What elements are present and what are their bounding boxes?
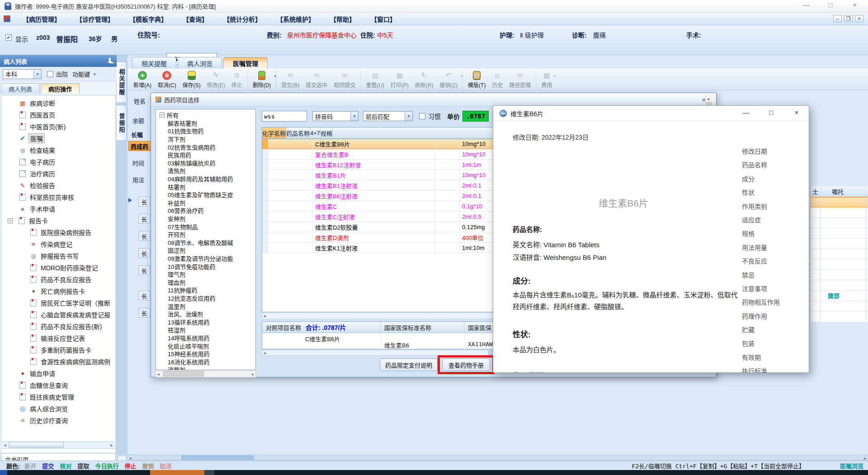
category-tree-item[interactable]: − 解表祛署剂 [156, 119, 255, 127]
expander-icon[interactable]: − [160, 113, 165, 118]
tab-record-ops[interactable]: 病历操作 [41, 83, 80, 94]
maximize-button[interactable]: □ [824, 1, 837, 9]
menu-item[interactable]: 【模板字典】 [122, 14, 175, 24]
chevron-down-icon[interactable]: ▾ [33, 70, 41, 79]
legend-item[interactable]: 撤销 [142, 461, 154, 470]
category-tree-item[interactable]: − 09激素及调节内分泌功能 [156, 254, 255, 263]
tree-item[interactable]: − 食源性疾病病例监测病例 [1, 356, 115, 367]
manual-nav-item[interactable]: 贮藏 [742, 325, 796, 339]
tree-item[interactable]: − 多重耐药菌报告卡 [1, 344, 115, 356]
manual-nav-item[interactable]: 修改日期 [742, 146, 796, 160]
category-tree-item[interactable]: − 固涩剂 [156, 246, 255, 254]
taskbar-item[interactable] [150, 470, 204, 475]
category-tree-item[interactable]: − 07生物制品 [156, 222, 255, 230]
manual-nav-item[interactable]: 注意事项 [742, 284, 796, 297]
category-hscrollbar[interactable]: ◂ ▸ [156, 370, 256, 377]
legend-item[interactable]: 新开 [24, 461, 36, 470]
category-tree-item[interactable]: − 13循环系统用药 [156, 318, 255, 326]
menu-item[interactable]: 【帮助】 [322, 14, 363, 24]
tree-item[interactable]: − 科室质控员审核 [1, 191, 115, 203]
row-selector-cell[interactable] [262, 232, 269, 242]
manual-nav-item[interactable]: 用法用量 [742, 243, 796, 256]
tree-item[interactable]: − 西医首页 [1, 109, 115, 121]
category-tree-item[interactable]: − 01抗微生物药 [156, 127, 255, 135]
tree-item[interactable]: − 中医首页(新) [1, 121, 115, 132]
category-tree-item[interactable]: − 15神经系统用药 [156, 350, 255, 358]
menu-item[interactable]: 【查询】 [175, 14, 216, 24]
discharge-checkbox[interactable] [47, 71, 53, 77]
category-tree-item[interactable]: − 理气剂 [156, 270, 255, 278]
grid-header-cell[interactable]: 化学名称 [262, 127, 286, 138]
grid-header-cell[interactable]: 规格 [321, 127, 333, 138]
close-button[interactable]: × [848, 1, 862, 9]
tree-item[interactable]: − 传染病登记 [1, 238, 115, 250]
menu-item[interactable]: 【统计分析】 [216, 14, 269, 24]
tree-item[interactable]: − 死亡病例报告卡 [1, 285, 115, 297]
scroll-left-icon[interactable]: ◂ [264, 351, 266, 355]
toolbar-button[interactable]: ▾ 费用 [538, 71, 555, 89]
row-selector-cell[interactable] [262, 139, 269, 149]
tree-item[interactable]: − 既往疾病史管理 [1, 391, 115, 403]
toolbar-button[interactable]: ▾ 撤销(Z) [437, 71, 463, 89]
taskbar-item[interactable] [204, 470, 214, 475]
chevron-down-icon[interactable]: ▾ [274, 74, 276, 78]
scroll-thumb[interactable] [9, 442, 64, 448]
tree-item[interactable]: − 电子病历 [1, 156, 115, 168]
tree-item[interactable]: − 药品不良反应报告 [1, 273, 115, 285]
department-select[interactable]: 本科 ▾ [3, 69, 42, 79]
tree-item[interactable]: − 历史诊疗查询 [1, 414, 115, 426]
sidebar-hscrollbar[interactable]: ◂ ▸ [1, 441, 116, 449]
manual-close-button[interactable]: × [792, 108, 802, 116]
manual-minimize-button[interactable]: — [741, 108, 751, 116]
category-tree-item[interactable]: − 所有 [156, 111, 255, 119]
category-tree-item[interactable]: − 温里剂 [156, 302, 255, 310]
category-tree-item[interactable]: − 12抗变态反应用药 [156, 294, 255, 302]
drug-search-input[interactable] [262, 111, 307, 122]
category-tree-item[interactable]: − 补益剂 [156, 199, 255, 207]
category-tree-item[interactable]: − 10调节免疫功能药 [156, 262, 255, 270]
main-hscrollbar[interactable]: ◂ ▸ [127, 455, 868, 461]
category-tree-item[interactable]: − 04麻醉用药及其辅助用药 [156, 175, 255, 183]
category-tree-item[interactable]: − 02抗寄生虫病用药 [156, 143, 255, 151]
match-mode-select[interactable]: 拼音码 ▾ [312, 111, 359, 121]
tree-item[interactable]: − 肿瘤报告书写 [1, 250, 115, 262]
toolbar-button[interactable]: ▾ 修改(E) [204, 71, 228, 89]
toolbar-button[interactable]: ▾ 历史 [489, 71, 506, 89]
show-checkbox[interactable]: ✔ [5, 34, 12, 41]
category-tree-item[interactable]: − 03解热镇痛抗炎药 [156, 159, 255, 167]
mdi-minimize-button[interactable]: – [833, 15, 842, 22]
row-selector-cell[interactable] [262, 243, 269, 253]
toolbar-button[interactable]: ▾ 模版(T) [465, 71, 489, 89]
tree-item[interactable]: − 手术申请 [1, 203, 115, 215]
scroll-left-icon[interactable]: ◂ [129, 456, 132, 461]
content-tab[interactable]: 病人浏览 [178, 57, 222, 69]
grid-header-cell[interactable]: 药品名称 [286, 127, 310, 138]
pin-icon[interactable] [108, 58, 112, 64]
legend-item[interactable]: 今日执行 [95, 461, 118, 470]
row-selector-cell[interactable] [262, 212, 269, 221]
tree-item[interactable]: − 疾病诊断 [1, 97, 115, 109]
category-tree-item[interactable]: − 开窍剂 [156, 230, 255, 239]
scroll-up-icon[interactable]: ▴ [708, 96, 710, 101]
chevron-down-icon[interactable]: ▾ [350, 112, 358, 121]
tree-item[interactable]: − 输血申请 [1, 367, 115, 379]
row-selector-cell[interactable] [262, 149, 269, 159]
mdi-close-button[interactable]: × [855, 15, 863, 22]
taskbar-start-icon[interactable] [0, 470, 7, 475]
content-tab[interactable]: 相关提醒 [132, 57, 176, 69]
toolbar-button[interactable]: ▾ 打印(P) [387, 71, 412, 89]
toolbar-button[interactable]: ▾ 路径医嘱 [506, 71, 536, 89]
tree-item[interactable]: − 药品不良反应报告(新) [1, 320, 115, 332]
toolbar-button[interactable]: ▾ 刷新(R) [412, 71, 437, 89]
tree-item[interactable]: − 医嘱 [1, 132, 115, 144]
tree-item[interactable]: − 检查结果 [1, 144, 115, 156]
toolbar-button[interactable]: ▾ 重整(U) [363, 71, 387, 89]
manual-nav-item[interactable]: 性状 [742, 188, 796, 201]
m[interactable]: ❐ [844, 15, 853, 22]
tree-item[interactable]: − 检验报告 [1, 179, 115, 191]
row-selector-cell[interactable] [262, 160, 269, 169]
toolbar-button[interactable]: ▾ 提交选中 [302, 71, 330, 89]
match-scope-select[interactable]: 前后匹配 ▾ [363, 111, 413, 121]
row-selector-cell[interactable] [262, 180, 269, 190]
legend-item[interactable]: 提取 [77, 461, 89, 470]
